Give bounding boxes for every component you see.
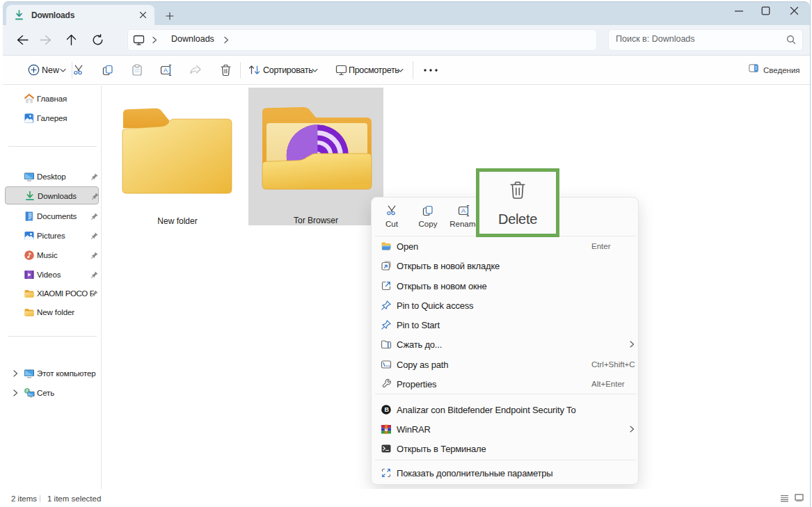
svg-text:B: B [384, 407, 389, 414]
svg-text:A: A [164, 67, 168, 74]
svg-text:A: A [461, 207, 465, 214]
